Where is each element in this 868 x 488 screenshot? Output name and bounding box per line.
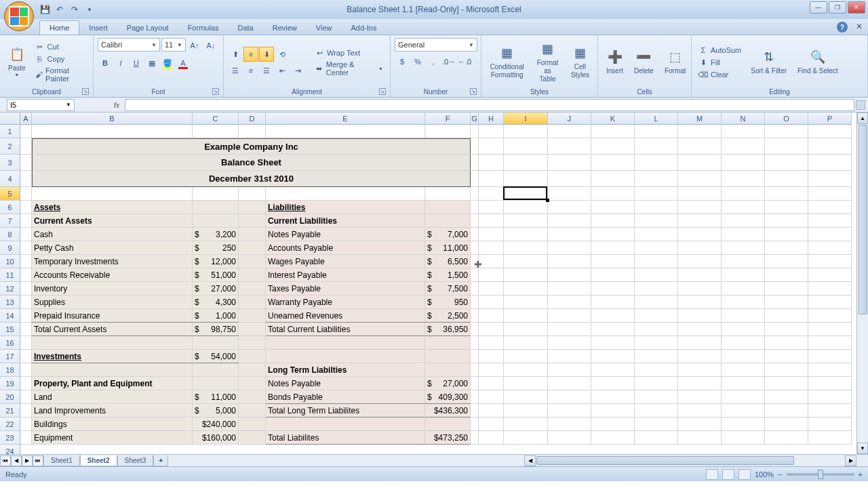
cell[interactable]	[808, 214, 852, 228]
cell[interactable]	[635, 155, 678, 171]
cell[interactable]	[808, 323, 852, 336]
cell[interactable]	[678, 171, 722, 187]
cell[interactable]	[678, 228, 722, 241]
cell[interactable]	[504, 155, 548, 171]
cell[interactable]	[678, 323, 722, 336]
cell[interactable]	[479, 241, 504, 255]
cell[interactable]	[635, 214, 678, 228]
cell[interactable]	[504, 228, 548, 241]
row-header-23[interactable]: 23	[0, 431, 20, 445]
cell[interactable]: $36,950	[425, 323, 471, 336]
cell[interactable]	[635, 125, 678, 138]
delete-cells-button[interactable]: ➖Delete	[630, 38, 658, 87]
cell[interactable]	[239, 309, 266, 323]
page-break-view-button[interactable]	[738, 469, 751, 480]
cell[interactable]: $1,500	[425, 268, 471, 282]
cell[interactable]	[548, 138, 591, 155]
align-bottom-button[interactable]: ⬇	[259, 47, 274, 62]
zoom-in-button[interactable]: +	[859, 470, 863, 479]
cell[interactable]	[765, 309, 808, 323]
cell[interactable]	[765, 377, 808, 390]
cell[interactable]	[635, 350, 678, 363]
cell[interactable]	[479, 214, 504, 228]
cell[interactable]	[591, 268, 635, 282]
vscroll-thumb[interactable]	[859, 125, 867, 314]
cell[interactable]: Petty Cash	[32, 241, 193, 255]
tab-page-layout[interactable]: Page Layout	[117, 21, 178, 35]
cell[interactable]	[678, 155, 722, 171]
undo-icon[interactable]: ↶	[54, 4, 65, 15]
cell[interactable]	[548, 125, 591, 138]
cell[interactable]	[591, 138, 635, 155]
cell[interactable]	[678, 309, 722, 323]
cell[interactable]	[548, 404, 591, 418]
cell[interactable]	[548, 214, 591, 228]
col-header-B[interactable]: B	[32, 113, 193, 125]
cell[interactable]	[20, 228, 32, 241]
cell[interactable]	[591, 214, 635, 228]
merge-center-button[interactable]: ⬌Merge & Center▼	[312, 60, 386, 77]
row-header-5[interactable]: 5	[0, 187, 20, 201]
cell[interactable]	[722, 171, 765, 187]
cell[interactable]	[239, 296, 266, 309]
cell[interactable]: $5,000	[193, 404, 239, 418]
cell[interactable]	[635, 201, 678, 214]
decrease-decimal-button[interactable]: ←.0	[457, 54, 472, 69]
italic-button[interactable]: I	[113, 56, 128, 70]
cell[interactable]	[591, 228, 635, 241]
grow-font-button[interactable]: A↑	[187, 38, 202, 53]
cell[interactable]	[722, 309, 765, 323]
cell[interactable]	[591, 255, 635, 268]
cell[interactable]	[808, 309, 852, 323]
cell[interactable]	[678, 404, 722, 418]
cell[interactable]	[722, 336, 765, 350]
cell[interactable]	[504, 138, 548, 155]
cell[interactable]	[765, 125, 808, 138]
cell[interactable]	[504, 431, 548, 445]
cell[interactable]	[591, 296, 635, 309]
cell[interactable]	[504, 363, 548, 377]
conditional-formatting-button[interactable]: ▦Conditional Formatting	[486, 38, 528, 87]
cell[interactable]: Example Company Inc	[32, 138, 471, 155]
row-header-8[interactable]: 8	[0, 228, 20, 241]
cell[interactable]	[635, 268, 678, 282]
col-header-L[interactable]: L	[635, 113, 678, 125]
underline-button[interactable]: U	[129, 56, 144, 70]
bold-button[interactable]: B	[98, 56, 113, 70]
cell[interactable]	[635, 187, 678, 201]
cell[interactable]	[635, 138, 678, 155]
cell[interactable]	[591, 404, 635, 418]
cell[interactable]	[239, 404, 266, 418]
cell[interactable]	[808, 377, 852, 390]
cell[interactable]	[765, 336, 808, 350]
row-header-11[interactable]: 11	[0, 268, 20, 282]
number-launcher[interactable]: ↘	[470, 88, 477, 95]
row-header-6[interactable]: 6	[0, 201, 20, 214]
cell[interactable]	[479, 187, 504, 201]
cell[interactable]	[20, 155, 32, 171]
cell[interactable]	[591, 171, 635, 187]
cell[interactable]	[425, 350, 471, 363]
cell[interactable]: $160,000	[193, 431, 239, 445]
cell[interactable]	[479, 201, 504, 214]
cell[interactable]	[471, 336, 479, 350]
cell[interactable]	[808, 268, 852, 282]
cell[interactable]: $2,500	[425, 309, 471, 323]
row-header-19[interactable]: 19	[0, 377, 20, 390]
cell[interactable]: $54,000	[193, 350, 239, 363]
cell[interactable]	[678, 418, 722, 431]
hscroll-thumb[interactable]	[536, 456, 794, 465]
formula-input[interactable]	[125, 99, 854, 111]
cell[interactable]: Buildings	[32, 418, 193, 431]
cell[interactable]	[722, 214, 765, 228]
cell[interactable]	[548, 418, 591, 431]
cell[interactable]	[20, 431, 32, 445]
cell[interactable]	[808, 404, 852, 418]
cell[interactable]	[808, 255, 852, 268]
cell[interactable]: Warranty Payable	[266, 296, 425, 309]
cell[interactable]	[266, 125, 425, 138]
cell[interactable]: $3,200	[193, 228, 239, 241]
sheet-tab-2[interactable]: Sheet2	[80, 455, 117, 466]
cell[interactable]	[808, 241, 852, 255]
cell[interactable]	[591, 363, 635, 377]
